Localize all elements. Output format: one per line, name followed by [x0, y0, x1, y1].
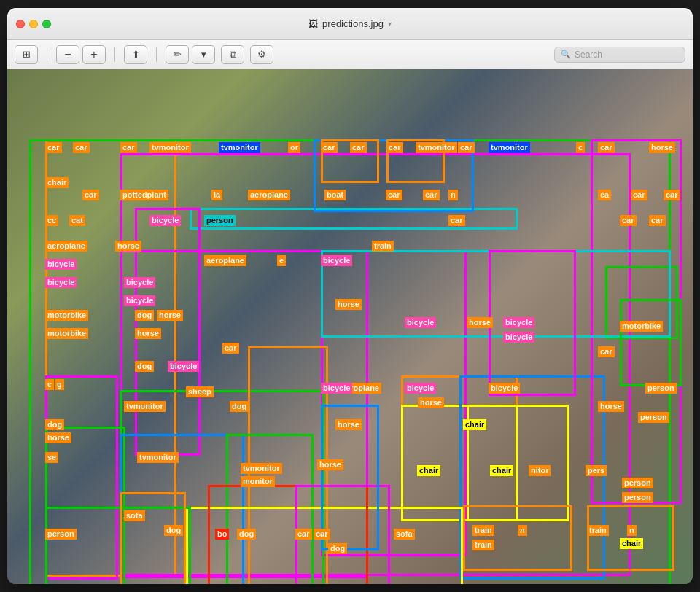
close-button[interactable]: [16, 20, 25, 28]
bbox-sofa: [120, 492, 186, 584]
zoom-out-button[interactable]: −: [56, 45, 79, 64]
main-window: 🖼 predictions.jpg ▾ ⊞ − + ⬆ ✏: [7, 8, 693, 584]
toolbar: ⊞ − + ⬆ ✏ ▾ ⧉ ⚙: [7, 40, 693, 69]
toolbar-right: 🔍: [554, 47, 685, 63]
dropdown-icon: ▾: [201, 49, 206, 60]
traffic-lights: [16, 20, 51, 28]
tools-button[interactable]: ⚙: [250, 45, 273, 64]
zoom-group: − +: [56, 45, 106, 64]
bbox-motorbike-right: [620, 299, 682, 386]
minimize-button[interactable]: [29, 20, 38, 28]
zoom-in-button[interactable]: +: [82, 45, 106, 64]
sidebar-icon: ⊞: [23, 49, 31, 60]
copy-button[interactable]: ⧉: [221, 45, 244, 64]
copy-icon: ⧉: [230, 49, 236, 61]
share-button[interactable]: ⬆: [124, 45, 147, 64]
maximize-button[interactable]: [42, 20, 51, 28]
sidebar-toggle-button[interactable]: ⊞: [15, 45, 38, 64]
bbox-blue-center: [321, 405, 379, 550]
toolbar-separator-3: [156, 47, 157, 62]
titlebar: 🖼 predictions.jpg ▾: [7, 8, 693, 40]
search-input[interactable]: [575, 50, 677, 60]
title-chevron-icon: ▾: [388, 20, 392, 28]
bbox-car-1: [321, 139, 379, 183]
window-title-area: 🖼 predictions.jpg ▾: [308, 18, 392, 29]
bbox-car-2: [386, 139, 445, 183]
toolbar-left: ⊞: [15, 45, 38, 64]
bbox-train-1: [463, 505, 572, 571]
search-box[interactable]: 🔍: [554, 47, 685, 63]
edit-dropdown-button[interactable]: ▾: [192, 45, 215, 64]
edit-button[interactable]: ✏: [166, 45, 189, 64]
window-title: predictions.jpg: [322, 18, 384, 29]
tools-icon: ⚙: [257, 49, 266, 60]
search-icon: 🔍: [561, 50, 571, 59]
toolbar-separator-2: [114, 47, 115, 62]
bbox-pink-bicycle-right: [489, 250, 576, 396]
edit-group: ✏ ▾: [166, 45, 215, 64]
toolbar-separator-1: [47, 47, 47, 62]
bbox-train-2: [587, 505, 674, 571]
share-icon: ⬆: [132, 49, 140, 60]
zoom-out-icon: −: [64, 48, 71, 61]
image-container: carcarcartvmonitortvmonitororcarcarcartv…: [7, 69, 693, 584]
file-icon: 🖼: [308, 18, 318, 29]
edit-icon: ✏: [174, 49, 182, 60]
zoom-in-icon: +: [90, 48, 97, 61]
